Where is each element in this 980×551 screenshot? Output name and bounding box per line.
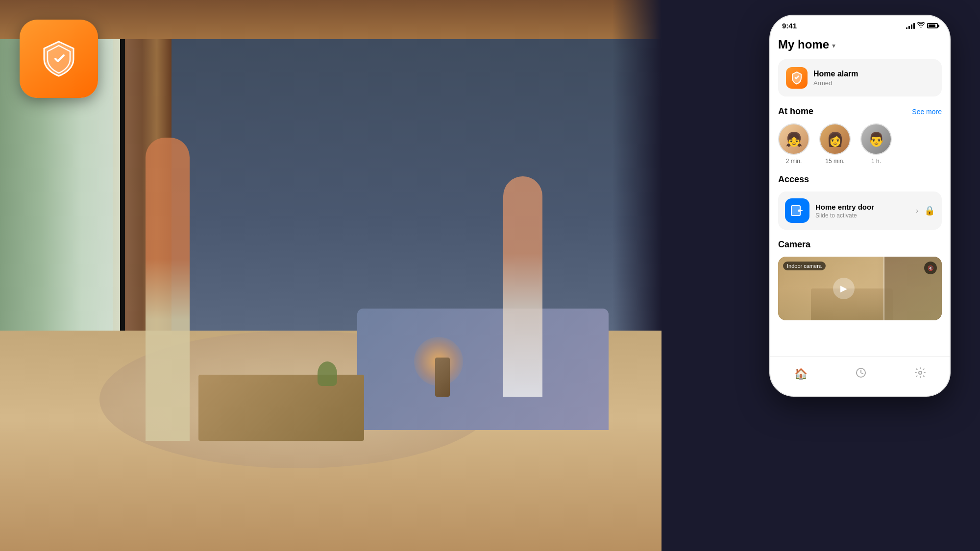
avatar-item-1[interactable]: 👧 2 min. xyxy=(778,123,809,165)
phone-header[interactable]: My home ▾ xyxy=(778,34,942,59)
wifi-icon xyxy=(917,22,925,29)
phone-mockup: 9:41 My home xyxy=(769,15,951,397)
at-home-title: At home xyxy=(778,106,813,117)
alarm-title: Home alarm xyxy=(813,70,858,78)
alarm-status: Armed xyxy=(813,79,858,87)
avatar-time-2: 15 min. xyxy=(825,158,844,165)
at-home-avatars: 👧 2 min. 👩 15 min. 👨 1 h. xyxy=(778,123,942,165)
status-time: 9:41 xyxy=(782,22,797,30)
avatar-1: 👧 xyxy=(778,123,809,155)
shield-icon-svg xyxy=(37,37,81,81)
play-icon: ▶ xyxy=(840,283,847,294)
avatar-time-3: 1 h. xyxy=(871,158,881,165)
home-nav-icon: 🏠 xyxy=(794,368,808,381)
home-title: My home xyxy=(778,38,829,51)
chevron-right-icon: › xyxy=(916,207,918,215)
access-slide-control[interactable]: › xyxy=(916,207,918,215)
avatar-time-1: 2 min. xyxy=(786,158,802,165)
camera-preview[interactable]: Indoor camera 🔇 ▶ xyxy=(778,257,942,320)
avatar-3: 👨 xyxy=(860,123,892,155)
avatar-2: 👩 xyxy=(819,123,851,155)
home-dropdown-chevron[interactable]: ▾ xyxy=(832,42,835,49)
signal-icon xyxy=(906,23,915,29)
svg-point-4 xyxy=(919,371,922,374)
access-door-icon xyxy=(785,198,809,223)
bottom-nav: 🏠 xyxy=(770,357,950,396)
alarm-shield-icon xyxy=(786,67,808,89)
background-photo xyxy=(0,0,662,551)
settings-nav-icon xyxy=(914,367,926,382)
access-title: Access xyxy=(778,174,809,185)
battery-icon xyxy=(927,23,938,28)
nav-item-history[interactable] xyxy=(855,367,867,382)
camera-section-header: Camera xyxy=(778,240,942,250)
see-more-button[interactable]: See more xyxy=(912,108,942,116)
camera-title: Camera xyxy=(778,240,810,250)
history-nav-icon xyxy=(855,367,867,382)
avatar-item-2[interactable]: 👩 15 min. xyxy=(819,123,851,165)
mute-icon: 🔇 xyxy=(928,265,933,271)
at-home-section-header: At home See more xyxy=(778,106,942,117)
access-door-title: Home entry door xyxy=(815,203,910,211)
room-scene xyxy=(0,0,662,551)
status-icons xyxy=(906,22,938,29)
nav-item-settings[interactable] xyxy=(914,367,926,382)
access-section-header: Access xyxy=(778,174,942,185)
nav-item-home[interactable]: 🏠 xyxy=(794,368,808,381)
alarm-text: Home alarm Armed xyxy=(813,70,858,87)
status-bar: 9:41 xyxy=(770,16,950,34)
alarm-card[interactable]: Home alarm Armed xyxy=(778,59,942,96)
camera-play-button[interactable]: ▶ xyxy=(833,278,855,299)
camera-mute-button[interactable]: 🔇 xyxy=(924,262,937,274)
lock-icon: 🔒 xyxy=(924,205,935,216)
camera-label: Indoor camera xyxy=(783,262,826,270)
phone-content[interactable]: My home ▾ Home alarm Armed At home See m… xyxy=(770,34,950,355)
avatar-item-3[interactable]: 👨 1 h. xyxy=(860,123,892,165)
access-door-text: Home entry door Slide to activate xyxy=(815,203,910,219)
access-card[interactable]: Home entry door Slide to activate › 🔒 xyxy=(778,192,942,230)
access-door-subtitle: Slide to activate xyxy=(815,212,910,219)
app-icon xyxy=(20,20,98,98)
